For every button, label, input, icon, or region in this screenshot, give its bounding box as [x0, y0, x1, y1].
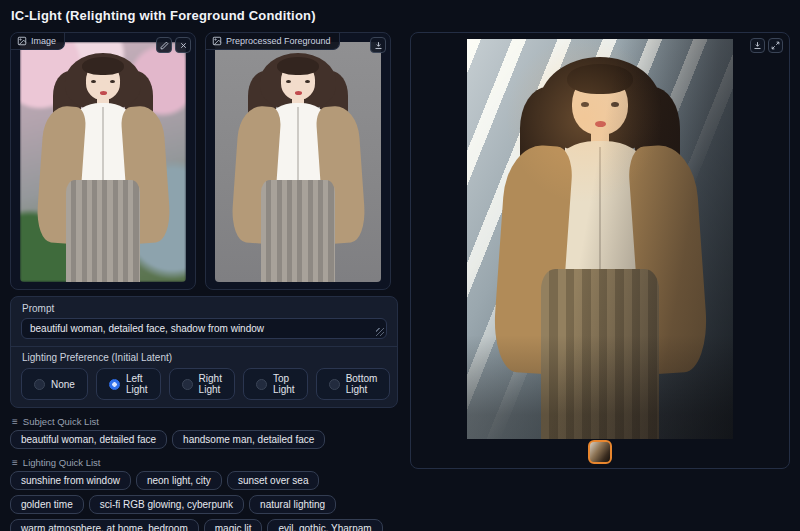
lighting-chip[interactable]: sunshine from window [10, 471, 131, 490]
lighting-chip[interactable]: neon light, city [136, 471, 222, 490]
radio-none-label: None [51, 379, 75, 390]
radio-none[interactable]: None [21, 368, 88, 400]
foreground-image-label-text: Preprocessed Foreground [226, 36, 331, 46]
edit-image-button[interactable] [156, 37, 172, 53]
list-icon: ≡ [12, 416, 18, 427]
lighting-chip[interactable]: magic lit [204, 519, 263, 531]
image-icon [212, 36, 222, 46]
list-icon: ≡ [12, 457, 18, 468]
lighting-quick-list: sunshine from window neon light, city su… [10, 471, 398, 531]
radio-circle-icon [34, 379, 45, 390]
radio-circle-icon [109, 379, 120, 390]
lighting-chip[interactable]: sci-fi RGB glowing, cyberpunk [89, 495, 244, 514]
fullscreen-button[interactable] [768, 38, 783, 53]
close-icon [179, 41, 188, 50]
foreground-image-label: Preprocessed Foreground [206, 33, 340, 50]
clear-image-button[interactable] [175, 37, 191, 53]
divider [11, 346, 397, 347]
radio-top-light-label: Top Light [273, 373, 295, 395]
foreground-image-person [215, 42, 381, 282]
prompt-input[interactable]: beautiful woman, detailed face, shadow f… [21, 318, 387, 339]
fullscreen-icon [771, 41, 780, 50]
page-title: IC-Light (Relighting with Foreground Con… [11, 8, 790, 23]
settings-block: Prompt beautiful woman, detailed face, s… [10, 296, 398, 408]
radio-bottom-light-label: Bottom Light [346, 373, 378, 395]
output-image[interactable] [467, 39, 733, 439]
radio-circle-icon [182, 379, 193, 390]
image-icon [17, 36, 27, 46]
subject-quick-list-header: ≡ Subject Quick List [12, 416, 398, 427]
output-gallery-panel [410, 32, 790, 469]
radio-bottom-light[interactable]: Bottom Light [316, 368, 391, 400]
gallery-thumbnail-selected[interactable] [588, 440, 612, 464]
input-image-person [20, 42, 186, 282]
left-column: Image [10, 32, 398, 531]
subject-chip[interactable]: handsome man, detailed face [172, 430, 325, 449]
resize-handle-icon[interactable] [376, 328, 384, 336]
radio-right-light[interactable]: Right Light [169, 368, 235, 400]
input-image-panel: Image [10, 32, 196, 290]
foreground-image-panel: Preprocessed Foreground [205, 32, 391, 290]
pencil-icon [160, 41, 169, 50]
page: IC-Light (Relighting with Foreground Con… [0, 0, 800, 531]
subject-quick-list-title: Subject Quick List [23, 416, 99, 427]
download-foreground-button[interactable] [370, 37, 386, 53]
download-result-button[interactable] [750, 38, 765, 53]
input-image-label-text: Image [31, 36, 56, 46]
radio-top-light[interactable]: Top Light [243, 368, 308, 400]
lighting-chip[interactable]: evil, gothic, Yharnam [267, 519, 382, 531]
lighting-quick-list-header: ≡ Lighting Quick List [12, 457, 398, 468]
right-column [410, 32, 790, 531]
lighting-quick-list-title: Lighting Quick List [23, 457, 101, 468]
input-image-label: Image [11, 33, 65, 50]
lighting-preference-group: None Left Light Right Light Top Light [21, 368, 387, 400]
radio-left-light-label: Left Light [126, 373, 148, 395]
radio-circle-icon [256, 379, 267, 390]
lighting-chip[interactable]: golden time [10, 495, 84, 514]
download-icon [374, 41, 383, 50]
input-image[interactable] [20, 42, 186, 282]
foreground-image[interactable] [215, 42, 381, 282]
lighting-chip[interactable]: natural lighting [249, 495, 336, 514]
lighting-chip[interactable]: warm atmosphere, at home, bedroom [10, 519, 199, 531]
gallery-thumbnails [411, 440, 789, 464]
radio-right-light-label: Right Light [199, 373, 222, 395]
lighting-chip[interactable]: sunset over sea [227, 471, 320, 490]
prompt-label: Prompt [22, 303, 387, 314]
lighting-preference-label: Lighting Preference (Initial Latent) [22, 352, 387, 363]
subject-quick-list: beautiful woman, detailed face handsome … [10, 430, 398, 449]
subject-chip[interactable]: beautiful woman, detailed face [10, 430, 167, 449]
download-icon [753, 41, 762, 50]
shadow-overlay [467, 39, 733, 439]
radio-left-light[interactable]: Left Light [96, 368, 161, 400]
radio-circle-icon [329, 379, 340, 390]
